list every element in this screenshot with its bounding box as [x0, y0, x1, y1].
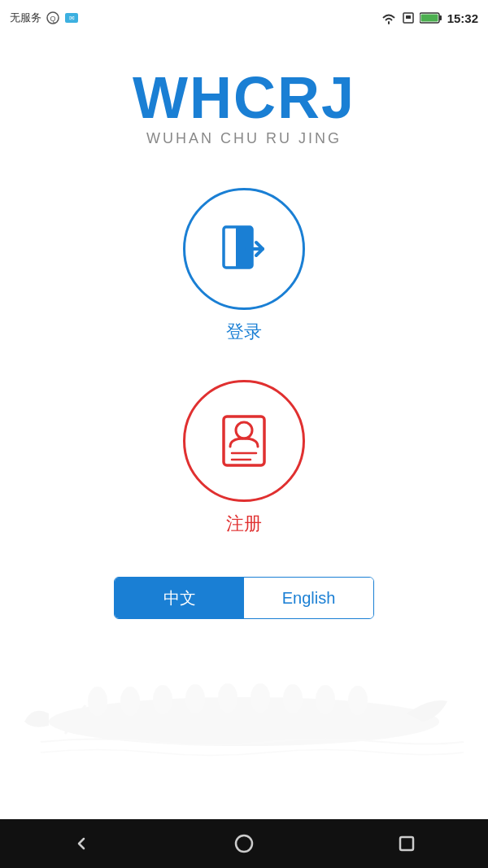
language-switcher: 中文 English — [114, 577, 374, 619]
svg-text:✉: ✉ — [69, 15, 75, 22]
svg-point-30 — [230, 247, 235, 252]
sim-icon — [402, 11, 415, 24]
lang-en-button[interactable]: English — [244, 578, 373, 618]
svg-rect-5 — [406, 15, 411, 19]
home-icon — [234, 834, 254, 853]
status-left: 无服务 Q ✉ — [10, 11, 79, 25]
carrier-text: 无服务 — [10, 11, 41, 25]
svg-text:Q: Q — [50, 15, 55, 23]
notification-icon-2: ✉ — [64, 12, 79, 24]
svg-point-11 — [120, 687, 140, 716]
register-button[interactable] — [183, 380, 305, 502]
svg-point-35 — [236, 835, 252, 852]
logo-subtitle: WUHAN CHU RU JING — [133, 130, 355, 147]
login-button[interactable] — [183, 188, 305, 310]
battery-icon — [420, 12, 442, 24]
back-icon — [72, 834, 91, 853]
time-text: 15:32 — [447, 11, 478, 25]
svg-rect-8 — [420, 15, 438, 22]
svg-point-10 — [88, 687, 107, 716]
home-button[interactable] — [224, 823, 264, 864]
svg-rect-31 — [224, 417, 264, 465]
svg-point-15 — [251, 683, 270, 713]
register-label: 注册 — [226, 512, 262, 536]
status-bar: 无服务 Q ✉ 15:32 — [0, 0, 488, 36]
back-button[interactable] — [61, 823, 102, 864]
register-icon — [220, 412, 268, 469]
svg-point-17 — [316, 685, 335, 714]
svg-point-13 — [185, 684, 205, 713]
main-content: WHCRJ WUHAN CHU RU JING 登录 注册 — [0, 36, 488, 819]
svg-rect-7 — [439, 15, 442, 20]
recent-button[interactable] — [386, 823, 427, 864]
lang-zh-button[interactable]: 中文 — [115, 578, 244, 618]
logo-area: WHCRJ WUHAN CHU RU JING — [133, 68, 355, 147]
svg-point-16 — [283, 684, 303, 713]
svg-point-18 — [348, 686, 368, 715]
svg-point-12 — [153, 685, 172, 714]
status-right: 15:32 — [381, 11, 478, 25]
login-label: 登录 — [226, 320, 262, 344]
notification-icon-1: Q — [46, 11, 59, 24]
svg-point-14 — [218, 683, 237, 713]
bottom-nav-bar — [0, 819, 488, 868]
svg-point-32 — [236, 422, 252, 438]
login-icon — [216, 220, 272, 277]
svg-rect-36 — [400, 837, 413, 850]
logo-title: WHCRJ — [133, 68, 355, 127]
recent-icon — [398, 835, 416, 853]
wifi-icon — [381, 12, 397, 24]
